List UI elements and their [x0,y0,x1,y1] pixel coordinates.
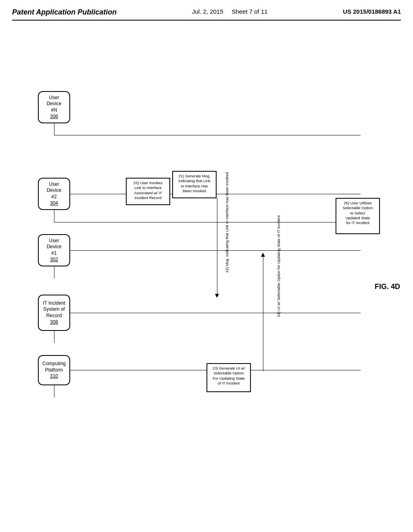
lifeline-n-horizontal [54,135,361,135]
step-25-text: 25) User Utilizes Selectable Option to S… [343,201,373,225]
step-25-box: 25) User Utilizes Selectable Option to S… [336,198,380,234]
lifeline-user-device-1-up [54,266,54,278]
swimlane-it-incident [54,313,361,313]
step-23-box: 23) Generate UI w/ Selectable Option For… [206,363,251,392]
header-center: Jul. 2, 2015 Sheet 7 of 11 [192,8,268,15]
v-arrow-step24-head [261,253,265,257]
page-container: Patent Application Publication Jul. 2, 2… [0,0,413,532]
header-sheet: Sheet 7 of 11 [232,8,267,15]
step-22-label: 22) Msg. Indicating that Link to Interfa… [225,192,229,273]
step-24-label: 24) UI w/ Selectable Option for Updating… [276,229,281,317]
lifeline-user-device-2-up [54,210,54,222]
patent-number: US 2015/0186893 A1 [343,8,401,15]
step-20-text: 20) User Invokes Link to Interface Assoc… [133,181,163,200]
v-arrow-step22-head [215,294,219,298]
h-arrow-step25 [54,222,336,222]
actor-it-incident-system: IT IncidentSystem ofRecord 308 [38,295,70,331]
swimlane-device1 [54,250,361,251]
lifeline-computing-up [54,385,54,397]
v-arrow-step22-line [217,198,217,295]
step-21-text: 21) Generate Msg. Indicating that Link t… [178,174,210,193]
step-20-box: 20) User Invokes Link to Interface Assoc… [126,178,170,205]
lifeline-it-incident-up [54,331,54,343]
actor-user-device-n: UserDevice#N 306 [38,91,70,123]
step-23-text: 23) Generate UI w/ Selectable Option For… [213,366,245,385]
header-date: Jul. 2, 2015 [192,8,223,15]
actor-user-device-1: UserDevice#1 302 [38,234,70,266]
diagram-area: UserDevice#N 306 UserDevice#2 304 UserDe… [13,29,400,492]
page-header: Patent Application Publication Jul. 2, 2… [12,8,401,21]
publication-title: Patent Application Publication [12,8,117,17]
fig-label: FIG. 4D [375,283,400,291]
actor-user-device-2: UserDevice#2 304 [38,178,70,210]
actor-computing-platform: ComputingPlatform 310 [38,355,70,385]
v-arrow-step24-line [263,254,263,371]
lifeline-user-device-n [54,123,54,135]
step-21-box: 21) Generate Msg. Indicating that Link t… [172,171,217,198]
